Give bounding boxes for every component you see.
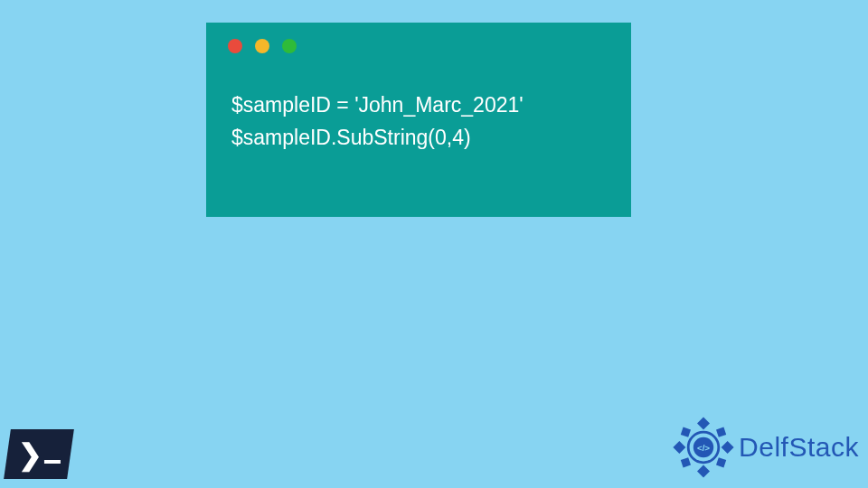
svg-marker-1 [697, 465, 710, 478]
underscore-icon [44, 460, 61, 464]
delfstack-logo: </> DelfStack [672, 416, 859, 479]
svg-marker-3 [722, 441, 734, 454]
svg-text:</>: </> [697, 443, 710, 453]
svg-marker-4 [681, 427, 691, 437]
chevron-right-icon: ❯ [18, 440, 42, 469]
code-line: $sampleID.SubString(0,4) [231, 122, 606, 155]
svg-marker-7 [716, 457, 726, 467]
code-window: $sampleID = 'John_Marc_2021' $sampleID.S… [206, 23, 631, 217]
powershell-icon: ❯ [4, 429, 74, 479]
svg-marker-6 [681, 457, 691, 467]
code-body: $sampleID = 'John_Marc_2021' $sampleID.S… [206, 62, 631, 154]
delfstack-text: DelfStack [739, 432, 859, 463]
delfstack-badge-icon: </> [672, 416, 735, 479]
svg-marker-0 [697, 417, 710, 429]
window-titlebar [206, 23, 631, 62]
svg-marker-5 [716, 427, 726, 437]
code-line: $sampleID = 'John_Marc_2021' [231, 89, 606, 122]
minimize-icon [255, 39, 269, 53]
close-icon [228, 39, 242, 53]
svg-marker-2 [674, 441, 686, 454]
maximize-icon [282, 39, 297, 53]
